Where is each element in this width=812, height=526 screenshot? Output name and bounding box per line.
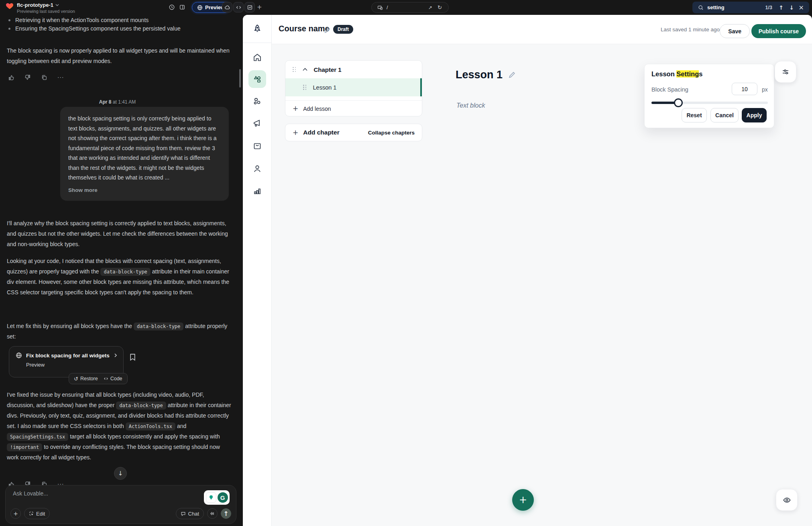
scroll-to-bottom-button[interactable]: ↓ xyxy=(114,467,127,480)
message-timestamp: Apr 8 at 1:41 AM xyxy=(0,99,235,105)
sidebar-item-marketing[interactable] xyxy=(243,118,272,128)
paragraph-text: Let me fix this by ensuring all block ty… xyxy=(7,323,132,329)
chapter-card: Chapter 1 Lesson 1 + Add lesson xyxy=(285,60,422,116)
search-next-icon[interactable]: ↓ xyxy=(789,4,794,11)
sidebar-item-analytics[interactable] xyxy=(243,186,272,196)
chat-scrollbar[interactable] xyxy=(239,69,241,88)
add-block-button[interactable]: + xyxy=(512,489,534,511)
assistant-code-paragraph: Looking at your code, I noticed that the… xyxy=(7,256,232,298)
megaphone-icon xyxy=(252,118,262,128)
app-header: Course name Draft Last saved 1 minute ag… xyxy=(272,15,812,44)
assistant-result-paragraph: I've fixed the issue by ensuring that al… xyxy=(7,389,232,463)
more-options-icon[interactable]: ··· xyxy=(57,74,64,81)
bullet-text: Retrieving it when the ActionTools compo… xyxy=(15,16,149,24)
action-card-subtitle[interactable]: Preview xyxy=(26,362,118,368)
block-spacing-label: Block Spacing xyxy=(651,86,688,93)
copy-icon[interactable] xyxy=(41,74,47,81)
thumbs-down-icon[interactable] xyxy=(24,74,31,81)
reset-button[interactable]: Reset xyxy=(682,108,707,122)
grammarly-g-icon[interactable]: G xyxy=(218,492,228,503)
globe-icon xyxy=(197,5,203,10)
restore-label: Restore xyxy=(80,376,98,381)
settings-toggle-button[interactable] xyxy=(775,61,796,83)
slider-thumb[interactable] xyxy=(674,98,683,107)
grammarly-badge: G xyxy=(204,490,230,505)
project-menu[interactable]: flc-prototype-1 Previewing last saved ve… xyxy=(6,2,75,14)
eye-icon xyxy=(783,496,791,504)
message-actions: ··· xyxy=(8,74,64,81)
url-bar[interactable]: / ↗ ↻ xyxy=(371,2,449,13)
send-button[interactable]: ↑ xyxy=(221,508,231,519)
layout-panel-icon[interactable] xyxy=(179,4,185,10)
save-button[interactable]: Save xyxy=(720,24,750,38)
restore-button[interactable]: ↺ Restore xyxy=(74,376,98,382)
version-actions-pill: ↺ Restore Code xyxy=(69,373,128,384)
selected-accent-bar xyxy=(420,78,422,96)
edit-mode-button[interactable]: Edit xyxy=(24,508,50,519)
bullet-icon xyxy=(8,28,10,30)
add-lesson-button[interactable]: + Add lesson xyxy=(285,100,422,116)
chat-mode-label: Chat xyxy=(188,511,199,517)
add-chapter-button[interactable]: + Add chapter xyxy=(293,129,340,136)
shopping-bag-icon xyxy=(252,141,262,151)
timestamp-time: at 1:41 AM xyxy=(113,99,136,105)
analytics-button[interactable] xyxy=(244,2,255,12)
chapter-title: Chapter 1 xyxy=(314,66,342,73)
code-label: Code xyxy=(110,376,122,381)
code-button[interactable]: Code xyxy=(104,376,122,381)
chevron-up-icon[interactable] xyxy=(303,68,307,71)
project-name: flc-prototype-1 xyxy=(17,2,53,8)
collapse-chapters-button[interactable]: Collapse chapters xyxy=(368,130,415,136)
sidebar-item-community[interactable] xyxy=(243,96,272,106)
plus-icon: + xyxy=(293,129,298,136)
sidebar-item-content-active[interactable] xyxy=(248,70,266,88)
bookmark-icon[interactable] xyxy=(129,353,136,361)
text-block-placeholder[interactable]: Text block xyxy=(456,102,485,109)
lesson-row-selected[interactable]: Lesson 1 xyxy=(285,78,422,96)
cancel-button[interactable]: Cancel xyxy=(710,108,739,122)
search-input[interactable] xyxy=(707,4,759,10)
action-card-title: Fix block spacing for all widgets xyxy=(26,353,110,359)
chat-input[interactable] xyxy=(13,490,145,506)
drag-handle-icon[interactable] xyxy=(293,67,296,72)
chapter-header-row[interactable]: Chapter 1 xyxy=(285,61,422,78)
code-view-button[interactable] xyxy=(233,2,244,12)
list-item: Ensuring the SpacingSettings component u… xyxy=(7,24,236,33)
sidebar-item-home[interactable] xyxy=(243,53,272,62)
cloud-button[interactable] xyxy=(222,2,232,12)
search-close-icon[interactable]: × xyxy=(799,4,804,11)
sidebar-item-users[interactable] xyxy=(243,164,272,173)
open-external-icon[interactable]: ↗ xyxy=(428,5,432,10)
search-icon xyxy=(698,5,704,10)
show-more-link[interactable]: Show more xyxy=(68,186,221,196)
thumbs-up-icon[interactable] xyxy=(8,74,14,81)
title-prefix: Lesson xyxy=(651,70,676,77)
app-logo[interactable] xyxy=(243,15,271,43)
block-spacing-slider[interactable] xyxy=(651,102,768,104)
screen: flc-prototype-1 Previewing last saved ve… xyxy=(0,0,812,526)
grammarly-bulb-icon[interactable] xyxy=(206,492,216,503)
arrow-down-icon: ↓ xyxy=(118,470,123,477)
top-bar: flc-prototype-1 Previewing last saved ve… xyxy=(0,0,812,15)
apply-button[interactable]: Apply xyxy=(742,108,767,122)
edit-course-name-icon[interactable] xyxy=(324,27,331,34)
user-message-text: the block spacing setting is only correc… xyxy=(68,114,221,183)
edit-lesson-title-icon[interactable] xyxy=(508,71,516,79)
sidebar-item-store[interactable] xyxy=(243,141,272,151)
preview-visibility-button[interactable] xyxy=(776,489,798,511)
add-tab-icon[interactable]: + xyxy=(257,4,262,11)
block-spacing-input[interactable] xyxy=(732,83,757,95)
voice-input-button[interactable] xyxy=(207,508,218,519)
refresh-icon[interactable]: ↻ xyxy=(438,4,442,10)
drag-handle-icon[interactable] xyxy=(303,85,307,90)
globe-icon xyxy=(16,352,22,359)
code-chip: SpacingSettings.tsx xyxy=(7,433,68,441)
publish-course-button[interactable]: Publish course xyxy=(751,24,806,38)
sliders-icon xyxy=(781,68,790,76)
chat-mode-button[interactable]: Chat xyxy=(176,508,204,519)
search-prev-icon[interactable]: ↑ xyxy=(779,4,784,11)
waveform-icon xyxy=(210,511,215,516)
attach-button[interactable]: + xyxy=(10,508,21,519)
code-chip: !important xyxy=(7,443,42,451)
history-icon[interactable] xyxy=(169,4,175,10)
